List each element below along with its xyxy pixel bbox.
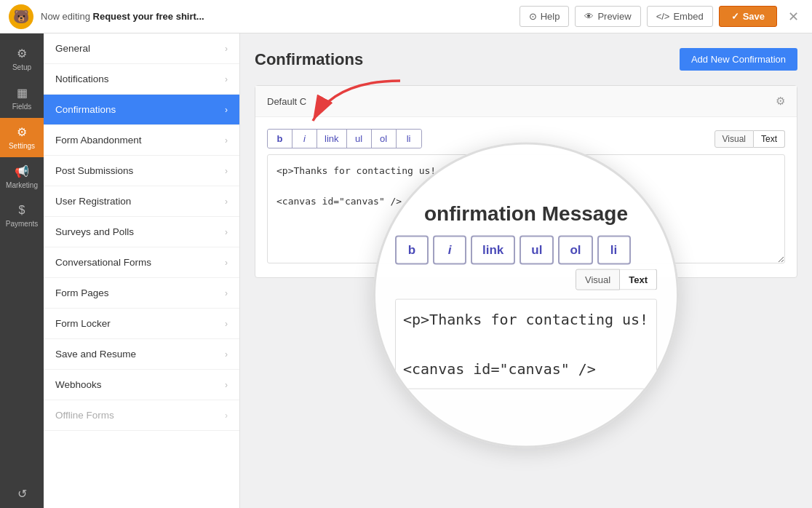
chevron-right-icon: › — [225, 380, 228, 390]
menu-item-general[interactable]: General › — [44, 33, 239, 64]
menu-label-save-and-resume: Save and Resume — [55, 349, 136, 360]
settings-icon: ⚙ — [17, 125, 27, 139]
help-icon: ⊙ — [529, 11, 537, 22]
menu-label-surveys-and-polls: Surveys and Polls — [55, 226, 134, 237]
menu-label-general: General — [55, 43, 90, 54]
embed-label: Embed — [673, 11, 703, 22]
sidebar-item-marketing[interactable]: 📢 Marketing — [0, 157, 44, 197]
form-name: Request your free shirt... — [93, 11, 204, 22]
close-icon: ✕ — [788, 9, 799, 25]
icon-sidebar: ⚙ Setup ▦ Fields ⚙ Settings 📢 Marketing … — [0, 33, 44, 508]
chevron-right-icon: › — [225, 105, 228, 115]
main-layout: ⚙ Setup ▦ Fields ⚙ Settings 📢 Marketing … — [0, 33, 812, 508]
menu-item-notifications[interactable]: Notifications › — [44, 64, 239, 95]
menu-label-form-locker: Form Locker — [55, 318, 111, 329]
chevron-right-icon: › — [225, 349, 228, 360]
topbar-title: Now editing Request your free shirt... — [41, 11, 512, 22]
bold-button[interactable]: b — [268, 130, 292, 148]
close-button[interactable]: ✕ — [783, 7, 803, 27]
icon-sidebar-bottom: ↺ — [0, 480, 44, 508]
sidebar-label-payments: Payments — [6, 220, 38, 228]
magnifier-editor: <p>Thanks for contacting us! <canvas id=… — [395, 298, 657, 389]
italic-button[interactable]: i — [292, 130, 317, 148]
editing-prefix: Now editing — [41, 11, 93, 22]
menu-item-post-submissions[interactable]: Post Submissions › — [44, 156, 239, 186]
chevron-right-icon: › — [225, 166, 228, 176]
sidebar-item-payments[interactable]: $ Payments — [0, 197, 44, 235]
menu-item-surveys-and-polls[interactable]: Surveys and Polls › — [44, 217, 239, 247]
preview-button[interactable]: 👁 Preview — [575, 6, 640, 27]
preview-label: Preview — [597, 11, 631, 22]
menu-sidebar: General › Notifications › Confirmations … — [44, 33, 240, 508]
menu-item-save-and-resume[interactable]: Save and Resume › — [44, 339, 239, 370]
menu-label-conversational-forms: Conversational Forms — [55, 257, 151, 268]
mag-line1: <p>Thanks for contacting us! — [403, 310, 648, 328]
checkmark-icon: ✓ — [731, 11, 739, 22]
chevron-right-icon: › — [225, 74, 228, 84]
embed-button[interactable]: </> Embed — [647, 6, 713, 27]
chevron-right-icon: › — [225, 319, 228, 329]
li-button[interactable]: li — [397, 130, 421, 148]
ol-button[interactable]: ol — [372, 130, 397, 148]
menu-label-webhooks: Webhooks — [55, 379, 102, 390]
menu-label-offline-forms: Offline Forms — [55, 410, 114, 421]
confirmation-card-title: Default C — [267, 96, 306, 107]
text-tab[interactable]: Text — [754, 130, 785, 148]
menu-item-user-registration[interactable]: User Registration › — [44, 186, 239, 217]
chevron-right-icon: › — [225, 44, 228, 54]
history-icon: ↺ — [17, 487, 27, 501]
sidebar-item-setup[interactable]: ⚙ Setup — [0, 39, 44, 79]
confirmation-card-header: Default C ⚙ — [255, 86, 797, 117]
chevron-right-icon: › — [225, 410, 228, 421]
menu-label-form-pages: Form Pages — [55, 287, 109, 298]
chevron-right-icon: › — [225, 197, 228, 207]
setup-icon: ⚙ — [17, 47, 27, 60]
sidebar-item-history[interactable]: ↺ — [0, 480, 44, 508]
sidebar-label-marketing: Marketing — [6, 181, 38, 189]
menu-item-confirmations[interactable]: Confirmations › — [44, 95, 239, 125]
panel-header: Confirmations Add New Confirmation — [255, 48, 797, 71]
menu-label-confirmations: Confirmations — [55, 104, 116, 115]
menu-item-offline-forms[interactable]: Offline Forms › — [44, 400, 239, 431]
payments-icon: $ — [19, 204, 25, 217]
save-button[interactable]: ✓ Save — [719, 6, 777, 27]
save-label: Save — [743, 11, 765, 22]
visual-tab[interactable]: Visual — [715, 130, 754, 148]
topbar: 🐻 Now editing Request your free shirt...… — [0, 0, 812, 33]
sidebar-item-settings[interactable]: ⚙ Settings — [0, 118, 44, 157]
help-button[interactable]: ⊙ Help — [520, 6, 570, 27]
gear-icon[interactable]: ⚙ — [776, 95, 785, 108]
editor-format-buttons: b i link ul ol li — [267, 129, 422, 148]
fields-icon: ▦ — [17, 86, 28, 100]
mag-line3: <canvas id="canvas" /> — [403, 360, 596, 377]
chevron-right-icon: › — [225, 135, 228, 146]
menu-label-post-submissions: Post Submissions — [55, 165, 133, 176]
main-content: Confirmations Add New Confirmation Defau… — [240, 33, 812, 508]
preview-icon: 👁 — [584, 11, 594, 22]
sidebar-item-fields[interactable]: ▦ Fields — [0, 79, 44, 118]
menu-item-form-locker[interactable]: Form Locker › — [44, 309, 239, 339]
menu-item-form-pages[interactable]: Form Pages › — [44, 278, 239, 309]
visual-text-tab-group: Visual Text — [715, 130, 785, 148]
marketing-icon: 📢 — [15, 164, 29, 178]
panel-title: Confirmations — [255, 50, 363, 69]
embed-icon: </> — [656, 11, 670, 22]
app-logo: 🐻 — [9, 4, 33, 29]
menu-label-notifications: Notifications — [55, 74, 109, 84]
editor-textarea[interactable]: <p>Thanks for contacting us! <canvas id=… — [267, 154, 785, 263]
menu-label-form-abandonment: Form Abandonment — [55, 135, 142, 146]
logo-emoji: 🐻 — [13, 9, 29, 25]
ul-button[interactable]: ul — [347, 130, 372, 148]
menu-item-form-abandonment[interactable]: Form Abandonment › — [44, 125, 239, 156]
confirmation-card: Default C ⚙ b i link ul ol li Visual Tex — [255, 85, 797, 278]
menu-item-webhooks[interactable]: Webhooks › — [44, 370, 239, 400]
link-button[interactable]: link — [317, 130, 347, 148]
menu-label-user-registration: User Registration — [55, 196, 131, 207]
menu-item-conversational-forms[interactable]: Conversational Forms › — [44, 247, 239, 278]
sidebar-label-fields: Fields — [12, 103, 32, 111]
chevron-right-icon: › — [225, 288, 228, 298]
sidebar-label-setup: Setup — [12, 63, 31, 71]
help-label: Help — [541, 11, 560, 22]
add-new-confirmation-button[interactable]: Add New Confirmation — [680, 48, 797, 71]
confirmation-card-body: b i link ul ol li Visual Text <p>Thanks … — [255, 117, 797, 277]
